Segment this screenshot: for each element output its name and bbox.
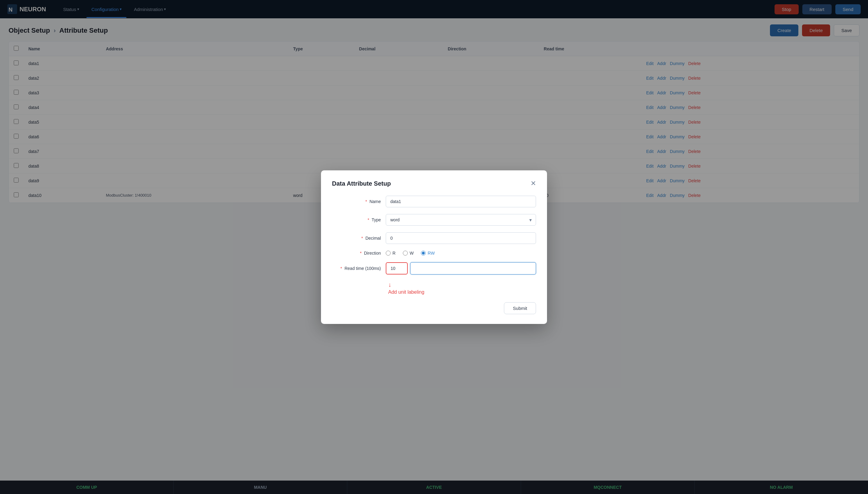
required-star: * — [368, 217, 369, 222]
required-star: * — [361, 236, 363, 241]
modal-close-button[interactable]: ✕ — [530, 180, 536, 187]
modal-title: Data Attribute Setup — [332, 180, 391, 187]
required-star: * — [360, 251, 361, 255]
required-star: * — [341, 266, 342, 271]
required-star: * — [365, 199, 367, 204]
direction-w-label: W — [410, 251, 414, 255]
readtime-label: * Read time (100ms) — [332, 266, 381, 271]
readtime-wrapper — [386, 262, 536, 274]
direction-w-option[interactable]: W — [403, 251, 414, 255]
type-select[interactable]: word int float double bool string — [386, 214, 536, 226]
decimal-label: * Decimal — [332, 236, 381, 241]
direction-rw-radio[interactable] — [421, 251, 426, 255]
name-input[interactable] — [386, 196, 536, 207]
name-label: * Name — [332, 199, 381, 204]
modal-dialog: Data Attribute Setup ✕ * Name * Type wor… — [321, 170, 547, 324]
readtime-small-input[interactable] — [388, 264, 406, 273]
annotation-content: ↓ Add unit labeling — [386, 281, 424, 295]
type-label: * Type — [332, 217, 381, 222]
form-row-decimal: * Decimal — [332, 232, 536, 244]
direction-w-radio[interactable] — [403, 251, 408, 255]
direction-radio-group: R W RW — [386, 251, 536, 255]
direction-r-radio[interactable] — [386, 251, 391, 255]
annotation-text: Add unit labeling — [388, 289, 424, 295]
direction-r-label: R — [393, 251, 396, 255]
submit-button[interactable]: Submit — [504, 302, 536, 314]
type-select-wrapper: word int float double bool string ▾ — [386, 214, 536, 226]
direction-rw-label: RW — [428, 251, 435, 255]
form-row-type: * Type word int float double bool string… — [332, 214, 536, 226]
form-row-name: * Name — [332, 196, 536, 207]
decimal-input[interactable] — [386, 232, 536, 244]
modal-footer: Submit — [332, 302, 536, 314]
direction-label: * Direction — [332, 251, 381, 255]
annotation-row: ↓ Add unit labeling — [332, 281, 536, 295]
arrow-down-icon: ↓ — [388, 281, 391, 288]
form-row-readtime: * Read time (100ms) — [332, 262, 536, 274]
direction-r-option[interactable]: R — [386, 251, 396, 255]
modal-overlay[interactable]: Data Attribute Setup ✕ * Name * Type wor… — [0, 0, 868, 494]
form-row-direction: * Direction R W RW — [332, 251, 536, 255]
readtime-small-box — [386, 262, 408, 274]
readtime-large-input[interactable] — [410, 262, 536, 274]
modal-header: Data Attribute Setup ✕ — [332, 180, 536, 187]
direction-rw-option[interactable]: RW — [421, 251, 435, 255]
